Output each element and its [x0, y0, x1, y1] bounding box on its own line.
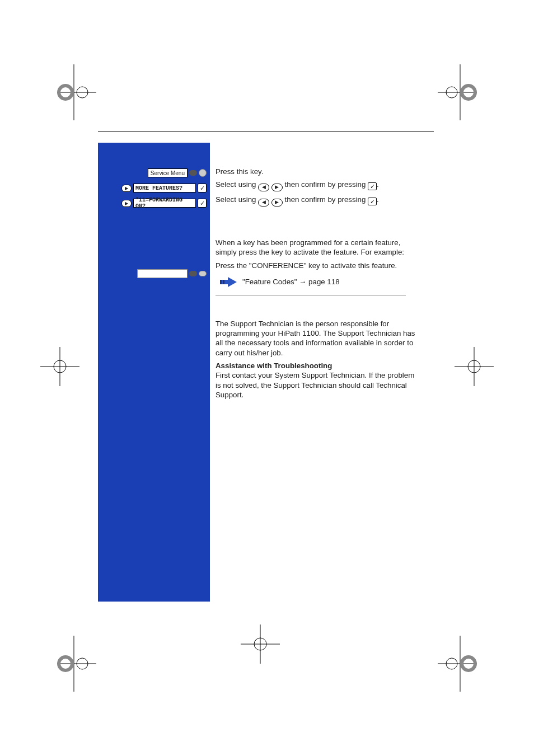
more-features-label: MORE FEATURES? — [133, 184, 196, 192]
conference-key-row-wrap — [98, 267, 210, 283]
svg-rect-1 — [223, 280, 224, 284]
press-key-text: Press this key. — [216, 167, 417, 176]
left-arrow-icon[interactable]: ◀ — [258, 184, 269, 191]
header-rule — [98, 132, 434, 132]
triangle-right-icon: ▶ — [125, 186, 128, 191]
scroll-right-icon[interactable]: ▶ — [121, 185, 132, 192]
press-conference-text: Press the "CONFERENCE" key to activate t… — [216, 261, 417, 270]
svg-rect-0 — [220, 280, 222, 284]
registration-mark-icon — [438, 636, 494, 692]
blank-key-label — [137, 269, 188, 278]
service-menu-label: Service Menu — [148, 168, 188, 177]
lamp-dark-icon — [189, 271, 197, 276]
left-column: Service Menu ▶ MORE FEATURES? ✓ ▶ *11=FO… — [98, 167, 210, 212]
forwarding-row: ▶ *11=FORWARDING ON? ✓ — [98, 197, 210, 209]
scroll-right-icon[interactable]: ▶ — [121, 200, 132, 207]
select-line-1: Select using ◀ ▶ then confirm by pressin… — [216, 180, 417, 191]
assistance-block: Assistance with Troubleshooting First co… — [216, 361, 417, 400]
right-arrow-icon[interactable]: ▶ — [271, 199, 283, 206]
support-technician-text: The Support Technician is the person res… — [216, 319, 417, 358]
confirm-check-icon[interactable]: ✓ — [198, 199, 207, 208]
triangle-right-icon: ▶ — [125, 201, 128, 206]
registration-mark-icon — [241, 624, 280, 664]
registration-mark-icon — [455, 347, 494, 386]
more-features-row: ▶ MORE FEATURES? ✓ — [98, 182, 210, 194]
left-arrow-icon[interactable]: ◀ — [258, 199, 269, 206]
select-line-2: Select using ◀ ▶ then confirm by pressin… — [216, 195, 417, 206]
confirm-check-icon[interactable]: ✓ — [198, 184, 207, 192]
confirm-check-icon[interactable]: ✓ — [368, 182, 377, 190]
forwarding-label: *11=FORWARDING ON? — [133, 199, 196, 208]
registration-mark-icon — [40, 347, 79, 386]
lamp-dark-icon — [189, 170, 197, 176]
key-intro-text: When a key has been programmed for a cer… — [216, 238, 417, 257]
assistance-title: Assistance with Troubleshooting — [216, 361, 332, 370]
confirm-check-icon[interactable]: ✓ — [368, 198, 377, 205]
service-menu-row: Service Menu — [98, 167, 210, 179]
feature-codes-note: "Feature Codes" → page 118 — [216, 274, 406, 295]
registration-mark-icon — [40, 636, 96, 692]
assistance-text: First contact your System Support Techni… — [216, 371, 414, 399]
conference-key-row — [98, 267, 210, 280]
registration-mark-icon — [40, 64, 96, 120]
right-arrow-icon[interactable]: ▶ — [271, 184, 283, 191]
round-button-icon[interactable] — [199, 169, 207, 177]
right-column: Press this key. Select using ◀ ▶ then co… — [216, 167, 417, 403]
registration-mark-icon — [438, 64, 494, 120]
note-text: "Feature Codes" → page 118 — [242, 277, 340, 287]
note-arrow-icon — [220, 277, 237, 289]
lamp-light-icon — [199, 271, 207, 276]
